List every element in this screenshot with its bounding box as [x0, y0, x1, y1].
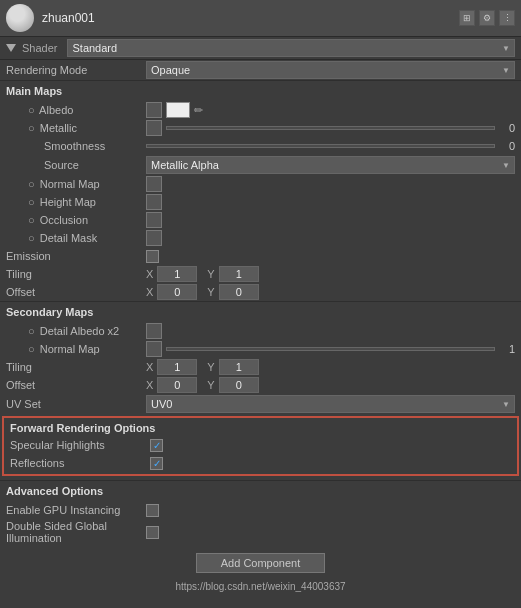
metallic-texture[interactable]	[146, 120, 162, 136]
sec-tiling-xy: X 1 Y 1	[146, 359, 515, 375]
normal-map-texture[interactable]	[146, 176, 162, 192]
forward-rendering-section: Forward Rendering Options Specular Highl…	[2, 416, 519, 476]
watermark: https://blog.csdn.net/weixin_44003637	[0, 579, 521, 594]
albedo-color[interactable]	[166, 102, 190, 118]
occlusion-circle: ○	[28, 214, 35, 226]
detail-mask-texture[interactable]	[146, 230, 162, 246]
smoothness-slider[interactable]	[146, 144, 495, 148]
rendering-mode-arrow: ▼	[502, 66, 510, 75]
tiling-y-val[interactable]: 1	[219, 266, 259, 282]
offset-xy: X 0 Y 0	[146, 284, 515, 300]
grid-icon[interactable]: ⊞	[459, 10, 475, 26]
tiling-x-val[interactable]: 1	[157, 266, 197, 282]
detail-albedo-texture[interactable]	[146, 323, 162, 339]
shader-row: Shader Standard ▼	[0, 37, 521, 60]
source-label: Source	[6, 159, 146, 171]
detail-mask-row: ○ Detail Mask	[0, 229, 521, 247]
uv-set-arrow: ▼	[502, 400, 510, 409]
height-map-label: ○ Height Map	[6, 196, 146, 208]
normal-map-row: ○ Normal Map	[0, 175, 521, 193]
shader-dropdown-arrow: ▼	[502, 44, 510, 53]
height-map-row: ○ Height Map	[0, 193, 521, 211]
add-component-area: Add Component	[0, 547, 521, 579]
header-title: zhuan001	[42, 11, 451, 25]
uv-set-dropdown[interactable]: UV0 ▼	[146, 395, 515, 413]
sec-offset-row: Offset X 0 Y 0	[0, 376, 521, 394]
header: zhuan001 ⊞ ⚙ ⋮	[0, 0, 521, 37]
albedo-texture[interactable]	[146, 102, 162, 118]
secondary-normal-slider[interactable]	[166, 347, 495, 351]
rendering-mode-dropdown[interactable]: Opaque ▼	[146, 61, 515, 79]
albedo-edit-icon[interactable]: ✏	[194, 104, 203, 117]
detail-mask-circle: ○	[28, 232, 35, 244]
gpu-instancing-checkbox[interactable]	[146, 504, 159, 517]
smoothness-label: Smoothness	[6, 140, 146, 152]
rendering-mode-row: Rendering Mode Opaque ▼	[0, 60, 521, 80]
gpu-instancing-row: Enable GPU Instancing	[0, 501, 521, 519]
metallic-circle: ○	[28, 122, 35, 134]
sec-tiling-row: Tiling X 1 Y 1	[0, 358, 521, 376]
sec-tiling-x-val[interactable]: 1	[157, 359, 197, 375]
main-maps-section: Main Maps	[0, 80, 521, 101]
detail-mask-label: ○ Detail Mask	[6, 232, 146, 244]
source-dropdown[interactable]: Metallic Alpha ▼	[146, 156, 515, 174]
double-sided-row: Double Sided Global Illumination	[0, 519, 521, 545]
double-sided-checkbox[interactable]	[146, 526, 159, 539]
height-map-texture[interactable]	[146, 194, 162, 210]
smoothness-row: Smoothness 0	[0, 137, 521, 155]
offset-x-val[interactable]: 0	[157, 284, 197, 300]
occlusion-row: ○ Occlusion	[0, 211, 521, 229]
rendering-mode-label: Rendering Mode	[6, 64, 146, 76]
shader-label: Shader	[22, 42, 57, 54]
header-icons: ⊞ ⚙ ⋮	[459, 10, 515, 26]
secondary-normal-circle: ○	[28, 343, 35, 355]
add-component-button[interactable]: Add Component	[196, 553, 326, 573]
sec-offset-y-val[interactable]: 0	[219, 377, 259, 393]
tiling-xy: X 1 Y 1	[146, 266, 515, 282]
gpu-instancing-label: Enable GPU Instancing	[6, 504, 146, 516]
specular-label: Specular Highlights	[10, 439, 150, 451]
sec-tiling-label: Tiling	[6, 361, 146, 373]
secondary-maps-section: Secondary Maps	[0, 301, 521, 322]
sec-tiling-y-val[interactable]: 1	[219, 359, 259, 375]
detail-albedo-circle: ○	[28, 325, 35, 337]
offset-row: Offset X 0 Y 0	[0, 283, 521, 301]
settings-icon[interactable]: ⚙	[479, 10, 495, 26]
specular-checkbox[interactable]	[150, 439, 163, 452]
height-map-circle: ○	[28, 196, 35, 208]
occlusion-texture[interactable]	[146, 212, 162, 228]
collapse-arrow[interactable]	[6, 44, 16, 52]
secondary-normal-map-row: ○ Normal Map 1	[0, 340, 521, 358]
albedo-label: ○ Albedo	[6, 104, 146, 116]
offset-y-val[interactable]: 0	[219, 284, 259, 300]
inspector-panel: zhuan001 ⊞ ⚙ ⋮ Shader Standard ▼ Renderi…	[0, 0, 521, 594]
detail-albedo-label: ○ Detail Albedo x2	[6, 325, 146, 337]
albedo-circle: ○	[28, 104, 35, 116]
detail-albedo-row: ○ Detail Albedo x2	[0, 322, 521, 340]
secondary-normal-texture[interactable]	[146, 341, 162, 357]
tiling-label: Tiling	[6, 268, 146, 280]
albedo-row: ○ Albedo ✏	[0, 101, 521, 119]
advanced-options-header: Advanced Options	[0, 480, 521, 501]
advanced-options-section: Advanced Options Enable GPU Instancing D…	[0, 478, 521, 547]
sec-offset-x-val[interactable]: 0	[157, 377, 197, 393]
reflections-checkbox[interactable]	[150, 457, 163, 470]
normal-map-label: ○ Normal Map	[6, 178, 146, 190]
double-sided-label: Double Sided Global Illumination	[6, 520, 146, 544]
forward-rendering-header: Forward Rendering Options	[4, 420, 517, 436]
shader-dropdown[interactable]: Standard ▼	[67, 39, 515, 57]
metallic-label: ○ Metallic	[6, 122, 146, 134]
secondary-normal-map-label: ○ Normal Map	[6, 343, 146, 355]
uv-set-label: UV Set	[6, 398, 146, 410]
overflow-icon[interactable]: ⋮	[499, 10, 515, 26]
reflections-row: Reflections	[4, 454, 517, 472]
source-row: Source Metallic Alpha ▼	[0, 155, 521, 175]
uv-set-row: UV Set UV0 ▼	[0, 394, 521, 414]
sec-offset-xy: X 0 Y 0	[146, 377, 515, 393]
metallic-row: ○ Metallic 0	[0, 119, 521, 137]
avatar	[6, 4, 34, 32]
reflections-label: Reflections	[10, 457, 150, 469]
metallic-slider[interactable]	[166, 126, 495, 130]
emission-checkbox[interactable]	[146, 250, 159, 263]
occlusion-label: ○ Occlusion	[6, 214, 146, 226]
